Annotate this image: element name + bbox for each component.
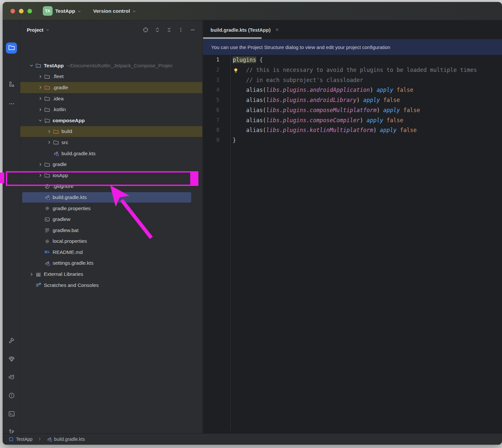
locate-file-icon[interactable] bbox=[142, 27, 149, 33]
chevron-right-icon[interactable] bbox=[28, 271, 35, 278]
breadcrumb-item-testapp[interactable]: TestApp bbox=[8, 437, 33, 442]
tool-button-dependencies-gem[interactable] bbox=[6, 354, 17, 365]
code-text: alias(libs.plugins.composeMultiplatform)… bbox=[230, 105, 420, 115]
version-control-menu[interactable]: Version control bbox=[93, 2, 136, 20]
tree-row-build-gradle-kts[interactable]: build.gradle.kts bbox=[20, 148, 202, 159]
line-number: 9 bbox=[203, 135, 230, 145]
tree-item-label: .fleet bbox=[53, 74, 64, 79]
expand-all-icon[interactable] bbox=[154, 27, 160, 33]
ide-window: TA TestApp Version control Project TestA… bbox=[3, 2, 502, 445]
tree-row--gitignore[interactable]: .gitignore bbox=[20, 181, 202, 192]
chevron-down-icon[interactable] bbox=[37, 117, 44, 124]
project-view-selector[interactable]: Project bbox=[27, 27, 49, 33]
tree-row-build[interactable]: build bbox=[20, 126, 202, 137]
project-switcher-menu[interactable]: TestApp bbox=[55, 2, 81, 20]
tree-row-scratches-and-consoles[interactable]: Scratches and Consoles bbox=[20, 280, 202, 291]
chevron-right-icon[interactable] bbox=[37, 106, 44, 113]
tree-row-composeapp[interactable]: composeApp bbox=[20, 115, 202, 126]
tab-label: build.gradle.kts (TestApp) bbox=[210, 27, 271, 33]
gradle-file-icon bbox=[44, 194, 50, 200]
chevron-spacer bbox=[45, 150, 53, 157]
project-name: TestApp bbox=[55, 8, 75, 14]
tree-item-label: gradle bbox=[53, 161, 67, 167]
chevron-right-icon[interactable] bbox=[37, 84, 44, 91]
tree-row-settings-gradle-kts[interactable]: settings.gradle.kts bbox=[20, 258, 202, 269]
collapse-all-icon[interactable] bbox=[166, 27, 172, 33]
tree-row--idea[interactable]: .idea bbox=[20, 93, 202, 104]
project-folder-tool-icon bbox=[8, 44, 15, 52]
gear-file-icon bbox=[44, 238, 50, 244]
tool-button-structure-tool[interactable] bbox=[6, 79, 17, 90]
code-editor[interactable]: 1plugins {2 // this is necessary to avoi… bbox=[203, 55, 502, 433]
tree-row-build-gradle-kts[interactable]: build.gradle.kts bbox=[20, 192, 202, 203]
zoom-window-button[interactable] bbox=[27, 9, 32, 13]
tree-row-local-properties[interactable]: local.properties bbox=[20, 236, 202, 247]
code-text: // in each subproject's classloader bbox=[230, 75, 363, 85]
intention-bulb-icon[interactable] bbox=[233, 67, 239, 73]
folder-icon bbox=[44, 107, 50, 112]
folder-icon bbox=[44, 74, 50, 79]
close-tab-icon[interactable] bbox=[275, 27, 279, 32]
line-number: 5 bbox=[203, 95, 230, 105]
gradle-file-icon bbox=[53, 151, 59, 157]
code-text: alias(libs.plugins.androidLibrary) apply… bbox=[230, 95, 400, 105]
close-window-button[interactable] bbox=[10, 9, 15, 13]
chevron-right-icon[interactable] bbox=[37, 95, 44, 102]
tool-button-problems[interactable] bbox=[6, 390, 17, 402]
chevron-right-icon[interactable] bbox=[45, 128, 53, 135]
gear-file-icon bbox=[44, 206, 50, 211]
library-icon bbox=[35, 271, 42, 277]
tab-build-gradle-kts[interactable]: build.gradle.kts (TestApp) bbox=[208, 20, 279, 39]
build-hammer-icon bbox=[8, 337, 15, 345]
tree-row-gradle[interactable]: gradle bbox=[20, 159, 202, 170]
options-kebab-icon[interactable] bbox=[178, 27, 184, 33]
code-line-6: 6 alias(libs.plugins.composeMultiplatfor… bbox=[203, 105, 502, 115]
module-icon bbox=[8, 437, 14, 442]
hide-panel-icon[interactable] bbox=[190, 27, 196, 33]
code-line-2: 2 // this is necessary to avoid the plug… bbox=[203, 65, 502, 75]
project-panel-header: Project bbox=[20, 20, 202, 39]
line-number: 2 bbox=[203, 65, 230, 75]
chevron-right-icon[interactable] bbox=[37, 161, 44, 168]
tree-item-label: Scratches and Consoles bbox=[44, 282, 99, 288]
structure-tool-icon bbox=[8, 81, 15, 89]
tool-button-build-hammer[interactable] bbox=[6, 336, 17, 347]
minimize-window-button[interactable] bbox=[19, 9, 24, 13]
chevron-spacer bbox=[37, 216, 44, 223]
tree-row-gradlew[interactable]: gradlew bbox=[20, 214, 202, 225]
code-line-9: 9} bbox=[203, 135, 502, 145]
tree-item-label: build bbox=[61, 128, 72, 134]
folder-icon bbox=[53, 140, 59, 145]
tree-item-label: gradlew bbox=[53, 216, 70, 222]
code-line-7: 7 alias(libs.plugins.composeCompiler) ap… bbox=[203, 115, 502, 125]
tool-button-profiler-cat[interactable] bbox=[6, 372, 17, 383]
tree-row-readme-md[interactable]: MREADME.md bbox=[20, 247, 202, 258]
tree-item-label: README.md bbox=[53, 249, 83, 255]
tree-item-label: settings.gradle.kts bbox=[53, 260, 93, 266]
tool-button-more-tools[interactable] bbox=[6, 99, 17, 110]
project-avatar: TA bbox=[43, 6, 53, 16]
chevron-spacer bbox=[37, 205, 44, 212]
chevron-right-icon[interactable] bbox=[37, 172, 44, 179]
tree-row--fleet[interactable]: .fleet bbox=[20, 71, 202, 82]
tool-button-project-folder-tool[interactable] bbox=[6, 42, 17, 54]
tree-row-gradle-properties[interactable]: gradle.properties bbox=[20, 203, 202, 214]
code-text: alias(libs.plugins.composeCompiler) appl… bbox=[230, 115, 403, 125]
window-controls bbox=[10, 9, 32, 13]
module-folder-icon bbox=[44, 118, 50, 124]
tree-item-label: External Libraries bbox=[44, 271, 83, 277]
gradle-file-icon bbox=[44, 260, 50, 266]
code-line-1: 1plugins { bbox=[203, 55, 502, 65]
chevron-right-icon[interactable] bbox=[37, 73, 44, 80]
tree-row-external-libraries[interactable]: External Libraries bbox=[20, 269, 202, 280]
breadcrumb-item-build-gradle-kts[interactable]: build.gradle.kts bbox=[47, 437, 85, 442]
tree-row-iosapp[interactable]: iosApp bbox=[20, 170, 202, 181]
tree-row-gradlew-bat[interactable]: gradlew.bat bbox=[20, 225, 202, 236]
chevron-down-icon[interactable] bbox=[28, 62, 35, 69]
tool-button-terminal[interactable] bbox=[6, 409, 17, 420]
tree-row-testapp[interactable]: TestApp~/Documents/Kotlin_Jetpack_Compos… bbox=[20, 60, 202, 71]
chevron-right-icon[interactable] bbox=[45, 139, 53, 146]
tree-row--gradle[interactable]: .gradle bbox=[20, 82, 202, 93]
tree-row-src[interactable]: src bbox=[20, 137, 202, 148]
tree-row--kotlin[interactable]: .kotlin bbox=[20, 104, 202, 115]
